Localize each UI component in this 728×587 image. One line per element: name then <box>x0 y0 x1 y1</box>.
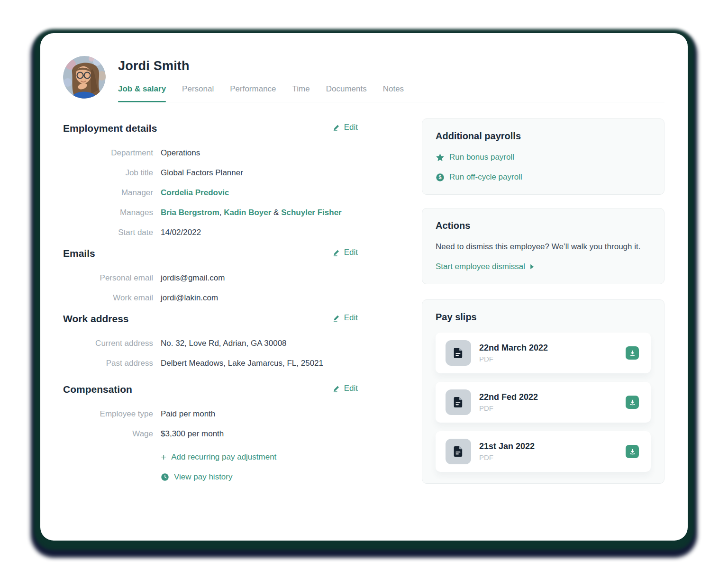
avatar-photo-illustration <box>63 56 106 99</box>
separator: & <box>271 208 281 217</box>
pay-slip-row[interactable]: 21st Jan 2022 PDF <box>436 431 651 472</box>
header: Jordi Smith Job & salary Personal Perfor… <box>118 58 664 102</box>
pay-slip-format: PDF <box>479 354 626 364</box>
field-label: Wage <box>63 428 153 440</box>
pay-slip-row[interactable]: 22nd Fed 2022 PDF <box>436 382 651 423</box>
section-title: Employment details <box>63 122 157 135</box>
pay-slip-date: 22nd Fed 2022 <box>479 391 626 403</box>
tab-personal[interactable]: Personal <box>182 84 214 102</box>
view-pay-history-link[interactable]: View pay history <box>161 471 232 483</box>
field-start-date: Start date 14/02/2022 <box>63 227 358 238</box>
section-work-address: Work address Edit Current address No. 32… <box>63 312 358 369</box>
panel-title: Actions <box>436 219 651 232</box>
field-employee-type: Employee type Paid per month <box>63 408 358 420</box>
field-label: Current address <box>63 338 153 349</box>
profile-details: Employment details Edit Department Opera… <box>63 122 358 491</box>
edit-compensation-button[interactable]: Edit <box>333 383 358 394</box>
tab-time[interactable]: Time <box>292 84 310 102</box>
section-title: Work address <box>63 312 129 325</box>
field-value: Delbert Meadows, Lake Jamarcus, FL, 2502… <box>161 358 323 369</box>
field-label: Start date <box>63 227 153 238</box>
tab-documents[interactable]: Documents <box>326 84 367 102</box>
pay-slip-format: PDF <box>479 404 626 413</box>
field-value: $3,300 per month <box>161 428 224 440</box>
employee-profile-card: Jordi Smith Job & salary Personal Perfor… <box>40 33 688 541</box>
field-manages: Manages Bria Bergstrom, Kadin Boyer & Sc… <box>63 207 358 218</box>
avatar <box>63 56 106 99</box>
download-icon <box>629 350 636 357</box>
field-current-address: Current address No. 32, Love Rd, Adrian,… <box>63 338 358 349</box>
pencil-icon <box>333 249 340 256</box>
section-compensation: Compensation Edit Employee type Paid per… <box>63 383 358 491</box>
add-recurring-pay-adjustment-link[interactable]: + Add recurring pay adjustment <box>161 452 276 463</box>
page-title: Jordi Smith <box>118 58 664 74</box>
pay-slips-panel: Pay slips 22nd March 2022 PDF <box>422 299 664 484</box>
document-icon <box>446 389 471 415</box>
pay-slip-row[interactable]: 22nd March 2022 PDF <box>436 333 651 373</box>
svg-text:$: $ <box>438 174 441 180</box>
download-icon <box>629 448 636 455</box>
field-department: Department Operations <box>63 147 358 159</box>
pencil-icon <box>333 124 340 131</box>
panel-title: Additional payrolls <box>436 130 651 142</box>
field-value: 14/02/2022 <box>161 227 201 238</box>
manages-link-3[interactable]: Schuyler Fisher <box>281 208 342 217</box>
field-label: Manages <box>63 207 153 218</box>
field-value: No. 32, Love Rd, Adrian, GA 30008 <box>161 338 287 349</box>
download-button[interactable] <box>626 346 639 360</box>
dollar-circle-icon: $ <box>436 173 445 182</box>
sidebar: Additional payrolls Run bonus payroll $ … <box>422 118 664 484</box>
download-button[interactable] <box>626 445 639 458</box>
star-icon <box>436 153 445 162</box>
edit-employment-button[interactable]: Edit <box>333 122 358 133</box>
manages-link-1[interactable]: Bria Bergstrom <box>161 208 219 217</box>
start-employee-dismissal-link[interactable]: Start employee dismissal <box>436 261 534 272</box>
field-label: Personal email <box>63 272 153 284</box>
field-work-email: Work email jordi@lakin.com <box>63 292 358 304</box>
field-label: Past address <box>63 358 153 369</box>
page: Jordi Smith Job & salary Personal Perfor… <box>0 0 728 587</box>
edit-work-address-button[interactable]: Edit <box>333 312 358 324</box>
pay-slip-format: PDF <box>479 453 626 462</box>
field-label: Department <box>63 147 153 159</box>
arrow-right-icon <box>530 264 534 270</box>
field-label: Employee type <box>63 408 153 420</box>
section-emails: Emails Edit Personal email jordis@gmail.… <box>63 247 358 304</box>
tab-performance[interactable]: Performance <box>230 84 276 102</box>
pay-slip-date: 22nd March 2022 <box>479 342 626 353</box>
manager-link[interactable]: Cordelia Predovic <box>161 188 229 197</box>
plus-icon: + <box>161 452 166 462</box>
download-button[interactable] <box>626 396 639 409</box>
actions-panel: Actions Need to dismiss this employee? W… <box>422 208 664 284</box>
edit-emails-button[interactable]: Edit <box>333 247 358 258</box>
dismissal-description: Need to dismiss this employee? We’ll wal… <box>436 241 651 253</box>
section-title: Emails <box>63 247 95 260</box>
document-icon <box>446 340 471 366</box>
section-title: Compensation <box>63 383 132 396</box>
separator: , <box>219 208 224 217</box>
field-value: jordis@gmail.com <box>161 272 225 284</box>
field-job-title: Job title Global Factors Planner <box>63 167 358 179</box>
manages-link-2[interactable]: Kadin Boyer <box>224 208 271 217</box>
run-off-cycle-payroll-link[interactable]: $ Run off-cycle payroll <box>436 172 651 183</box>
field-value: Paid per month <box>161 408 215 420</box>
additional-payrolls-panel: Additional payrolls Run bonus payroll $ … <box>422 118 664 195</box>
clock-icon <box>161 473 169 481</box>
tab-bar: Job & salary Personal Performance Time D… <box>118 84 664 102</box>
field-personal-email: Personal email jordis@gmail.com <box>63 272 358 284</box>
tab-notes[interactable]: Notes <box>383 84 404 102</box>
field-label: Job title <box>63 167 153 179</box>
pencil-icon <box>333 385 340 392</box>
download-icon <box>629 399 636 406</box>
field-past-address: Past address Delbert Meadows, Lake Jamar… <box>63 358 358 369</box>
field-value: Operations <box>161 147 200 159</box>
field-label: Manager <box>63 187 153 199</box>
field-value: Global Factors Planner <box>161 167 243 179</box>
section-employment-details: Employment details Edit Department Opera… <box>63 122 358 238</box>
run-bonus-payroll-link[interactable]: Run bonus payroll <box>436 152 651 163</box>
field-label: Work email <box>63 292 153 304</box>
pay-slip-date: 21st Jan 2022 <box>479 441 626 452</box>
field-manager: Manager Cordelia Predovic <box>63 187 358 199</box>
document-icon <box>446 439 471 464</box>
tab-job-salary[interactable]: Job & salary <box>118 84 166 102</box>
